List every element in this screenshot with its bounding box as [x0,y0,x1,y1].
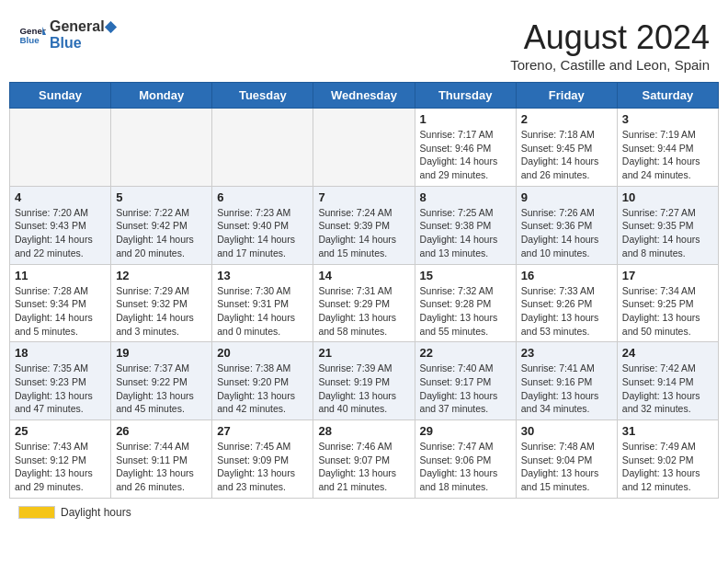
daylight-bar-icon [18,506,55,519]
day-info: Sunrise: 7:39 AM Sunset: 9:19 PM Dayligh… [318,362,409,416]
day-info: Sunrise: 7:49 AM Sunset: 9:02 PM Dayligh… [622,440,713,494]
day-info: Sunrise: 7:29 AM Sunset: 9:32 PM Dayligh… [116,284,207,339]
calendar-day-cell: 1Sunrise: 7:17 AM Sunset: 9:46 PM Daylig… [415,109,516,187]
calendar-day-cell: 29Sunrise: 7:47 AM Sunset: 9:06 PM Dayli… [415,420,516,499]
day-number: 28 [318,424,409,438]
location-subtitle: Toreno, Castille and Leon, Spain [510,57,710,73]
day-info: Sunrise: 7:45 AM Sunset: 9:09 PM Dayligh… [217,440,308,494]
day-info: Sunrise: 7:22 AM Sunset: 9:42 PM Dayligh… [116,206,207,260]
month-year-title: August 2024 [510,18,710,57]
calendar-day-cell: 4Sunrise: 7:20 AM Sunset: 9:43 PM Daylig… [10,186,111,264]
day-number: 21 [318,346,409,360]
day-info: Sunrise: 7:48 AM Sunset: 9:04 PM Dayligh… [521,440,612,494]
day-number: 16 [521,269,612,282]
calendar-day-cell: 7Sunrise: 7:24 AM Sunset: 9:39 PM Daylig… [313,186,415,264]
calendar-day-cell [10,109,111,187]
calendar-day-cell: 17Sunrise: 7:34 AM Sunset: 9:25 PM Dayli… [617,264,718,342]
day-info: Sunrise: 7:26 AM Sunset: 9:36 PM Dayligh… [521,206,612,260]
day-number: 5 [116,190,207,204]
day-info: Sunrise: 7:30 AM Sunset: 9:31 PM Dayligh… [217,284,308,339]
logo-text-line2: Blue [50,35,116,52]
logo: General Blue General◆ Blue [18,18,116,51]
page-header: General Blue General◆ Blue August 2024 T… [9,9,719,77]
calendar-day-cell [212,109,313,187]
day-number: 12 [116,269,207,282]
day-info: Sunrise: 7:47 AM Sunset: 9:06 PM Dayligh… [420,440,511,494]
svg-text:Blue: Blue [20,35,40,45]
day-number: 1 [420,112,511,126]
calendar-header-row: SundayMondayTuesdayWednesdayThursdayFrid… [10,83,719,109]
calendar-day-header: Thursday [415,83,516,109]
calendar-table: SundayMondayTuesdayWednesdayThursdayFrid… [9,82,719,499]
calendar-day-cell: 10Sunrise: 7:27 AM Sunset: 9:35 PM Dayli… [617,186,718,264]
day-info: Sunrise: 7:18 AM Sunset: 9:45 PM Dayligh… [521,128,612,182]
day-info: Sunrise: 7:31 AM Sunset: 9:29 PM Dayligh… [318,284,409,339]
calendar-day-cell: 22Sunrise: 7:40 AM Sunset: 9:17 PM Dayli… [415,342,516,420]
calendar-day-header: Tuesday [212,83,313,109]
day-info: Sunrise: 7:27 AM Sunset: 9:35 PM Dayligh… [622,206,713,260]
calendar-day-cell: 11Sunrise: 7:28 AM Sunset: 9:34 PM Dayli… [10,264,111,342]
day-info: Sunrise: 7:19 AM Sunset: 9:44 PM Dayligh… [622,128,713,182]
calendar-day-header: Wednesday [313,83,415,109]
day-info: Sunrise: 7:25 AM Sunset: 9:38 PM Dayligh… [420,206,511,260]
calendar-day-cell: 31Sunrise: 7:49 AM Sunset: 9:02 PM Dayli… [617,420,718,499]
calendar-day-cell: 9Sunrise: 7:26 AM Sunset: 9:36 PM Daylig… [516,186,617,264]
day-number: 11 [15,269,106,282]
day-number: 4 [15,190,106,204]
day-number: 10 [622,190,713,204]
logo-text-line1: General◆ [50,18,116,35]
calendar-footer: Daylight hours [9,499,719,526]
day-info: Sunrise: 7:28 AM Sunset: 9:34 PM Dayligh… [15,284,106,339]
calendar-day-cell: 18Sunrise: 7:35 AM Sunset: 9:23 PM Dayli… [10,342,111,420]
day-number: 30 [521,424,612,438]
day-number: 18 [15,346,106,360]
calendar-week-row: 25Sunrise: 7:43 AM Sunset: 9:12 PM Dayli… [10,420,719,499]
calendar-week-row: 11Sunrise: 7:28 AM Sunset: 9:34 PM Dayli… [10,264,719,342]
day-number: 7 [318,190,409,204]
day-number: 13 [217,269,308,282]
daylight-legend: Daylight hours [18,506,131,519]
calendar-day-cell: 21Sunrise: 7:39 AM Sunset: 9:19 PM Dayli… [313,342,415,420]
day-info: Sunrise: 7:32 AM Sunset: 9:28 PM Dayligh… [420,284,511,339]
calendar-week-row: 4Sunrise: 7:20 AM Sunset: 9:43 PM Daylig… [10,186,719,264]
calendar-day-cell: 8Sunrise: 7:25 AM Sunset: 9:38 PM Daylig… [415,186,516,264]
calendar-day-cell: 23Sunrise: 7:41 AM Sunset: 9:16 PM Dayli… [516,342,617,420]
day-number: 6 [217,190,308,204]
calendar-day-cell: 20Sunrise: 7:38 AM Sunset: 9:20 PM Dayli… [212,342,313,420]
day-number: 27 [217,424,308,438]
day-number: 9 [521,190,612,204]
calendar-day-header: Friday [516,83,617,109]
calendar-week-row: 18Sunrise: 7:35 AM Sunset: 9:23 PM Dayli… [10,342,719,420]
calendar-day-header: Sunday [10,83,111,109]
logo-icon: General Blue [18,21,46,49]
calendar-day-cell: 24Sunrise: 7:42 AM Sunset: 9:14 PM Dayli… [617,342,718,420]
day-number: 15 [420,269,511,282]
day-info: Sunrise: 7:34 AM Sunset: 9:25 PM Dayligh… [622,284,713,339]
day-info: Sunrise: 7:24 AM Sunset: 9:39 PM Dayligh… [318,206,409,260]
day-number: 8 [420,190,511,204]
day-number: 26 [116,424,207,438]
calendar-day-cell: 5Sunrise: 7:22 AM Sunset: 9:42 PM Daylig… [111,186,212,264]
day-number: 24 [622,346,713,360]
calendar-day-cell: 16Sunrise: 7:33 AM Sunset: 9:26 PM Dayli… [516,264,617,342]
calendar-day-cell: 26Sunrise: 7:44 AM Sunset: 9:11 PM Dayli… [111,420,212,499]
calendar-day-cell: 19Sunrise: 7:37 AM Sunset: 9:22 PM Dayli… [111,342,212,420]
title-block: August 2024 Toreno, Castille and Leon, S… [510,18,710,73]
day-info: Sunrise: 7:35 AM Sunset: 9:23 PM Dayligh… [15,362,106,416]
day-number: 3 [622,112,713,126]
calendar-day-cell: 6Sunrise: 7:23 AM Sunset: 9:40 PM Daylig… [212,186,313,264]
calendar-day-cell: 14Sunrise: 7:31 AM Sunset: 9:29 PM Dayli… [313,264,415,342]
calendar-day-cell: 12Sunrise: 7:29 AM Sunset: 9:32 PM Dayli… [111,264,212,342]
day-number: 20 [217,346,308,360]
day-info: Sunrise: 7:44 AM Sunset: 9:11 PM Dayligh… [116,440,207,494]
day-info: Sunrise: 7:46 AM Sunset: 9:07 PM Dayligh… [318,440,409,494]
day-info: Sunrise: 7:23 AM Sunset: 9:40 PM Dayligh… [217,206,308,260]
day-info: Sunrise: 7:42 AM Sunset: 9:14 PM Dayligh… [622,362,713,416]
calendar-day-cell: 13Sunrise: 7:30 AM Sunset: 9:31 PM Dayli… [212,264,313,342]
day-info: Sunrise: 7:38 AM Sunset: 9:20 PM Dayligh… [217,362,308,416]
day-number: 23 [521,346,612,360]
calendar-day-cell: 3Sunrise: 7:19 AM Sunset: 9:44 PM Daylig… [617,109,718,187]
day-info: Sunrise: 7:43 AM Sunset: 9:12 PM Dayligh… [15,440,106,494]
day-number: 22 [420,346,511,360]
calendar-day-cell: 2Sunrise: 7:18 AM Sunset: 9:45 PM Daylig… [516,109,617,187]
